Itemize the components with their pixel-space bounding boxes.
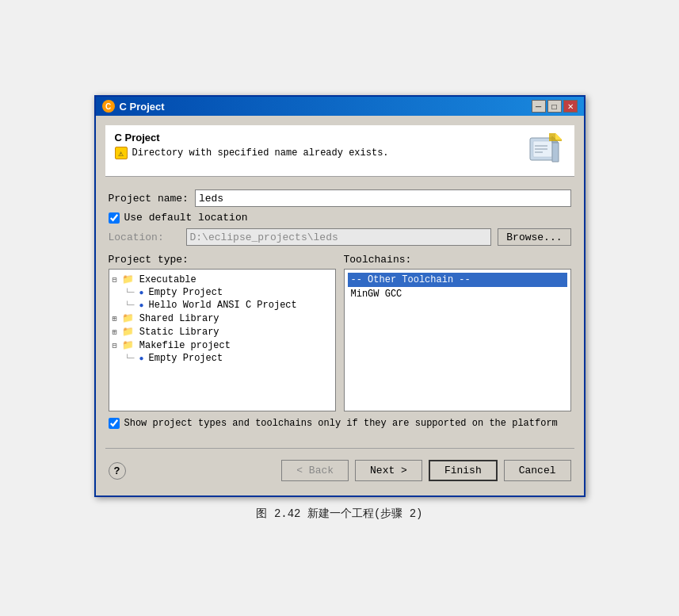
- show-platform-checkbox[interactable]: [109, 418, 120, 429]
- titlebar-app-icon: C: [102, 100, 115, 113]
- project-name-row: Project name:: [109, 189, 571, 207]
- bullet-make-empty: ●: [139, 354, 149, 363]
- titlebar-title: C Project: [120, 101, 165, 113]
- tree-label-empty-project-make: Empty Project: [149, 353, 223, 364]
- svg-marker-4: [555, 133, 562, 140]
- two-col-section: Project type: ⊟ 📁 Executable └─ ● E: [109, 254, 571, 411]
- browse-button[interactable]: Browse...: [498, 228, 570, 246]
- folder-icon-makefile: 📁: [122, 340, 139, 351]
- finish-button[interactable]: Finish: [429, 460, 498, 481]
- toolchain-item-other[interactable]: -- Other Toolchain --: [348, 273, 567, 287]
- expand-icon-shared: ⊞: [113, 315, 122, 323]
- tree-label-static-library: Static Library: [139, 327, 219, 338]
- tree-item-hello-world[interactable]: └─ ● Hello World ANSI C Project: [113, 299, 332, 312]
- project-type-tree[interactable]: ⊟ 📁 Executable └─ ● Empty Project: [109, 269, 336, 411]
- tree-connector-make-empty: └─: [125, 354, 139, 363]
- back-button[interactable]: < Back: [281, 460, 349, 481]
- bullet-empty-exec: ●: [139, 289, 149, 297]
- help-button[interactable]: ?: [109, 462, 126, 480]
- section-header-left: C Project ⚠ Directory with specified nam…: [115, 132, 521, 159]
- minimize-button[interactable]: ─: [532, 100, 546, 113]
- tree-item-shared-library[interactable]: ⊞ 📁 Shared Library: [113, 312, 332, 325]
- tree-label-hello-world: Hello World ANSI C Project: [149, 300, 297, 311]
- titlebar-controls: ─ □ ✕: [532, 100, 578, 113]
- folder-icon-shared: 📁: [122, 313, 139, 324]
- tree-label-empty-project: Empty Project: [149, 287, 223, 298]
- button-row: ? < Back Next > Finish Cancel: [105, 455, 574, 486]
- section-title: C Project: [115, 132, 521, 143]
- tree-item-executable[interactable]: ⊟ 📁 Executable: [113, 273, 332, 286]
- expand-icon-static: ⊞: [113, 328, 122, 337]
- show-platform-label: Show project types and toolchains only i…: [124, 418, 558, 429]
- titlebar: C C Project ─ □ ✕: [96, 97, 584, 116]
- tree-label-shared-library: Shared Library: [139, 313, 219, 324]
- button-row-right: < Back Next > Finish Cancel: [281, 460, 570, 481]
- bullet-hello: ●: [139, 301, 149, 310]
- tree-label-executable: Executable: [139, 274, 196, 285]
- dialog-body: C Project ⚠ Directory with specified nam…: [96, 116, 584, 495]
- location-row: Location: Browse...: [109, 228, 571, 246]
- use-default-label: Use default location: [124, 212, 248, 224]
- section-header: C Project ⚠ Directory with specified nam…: [105, 125, 574, 177]
- toolchains-list[interactable]: -- Other Toolchain -- MinGW GCC: [344, 269, 571, 411]
- tree-item-empty-project-exec[interactable]: └─ ● Empty Project: [113, 286, 332, 299]
- next-button[interactable]: Next >: [355, 460, 422, 481]
- toolchains-label: Toolchains:: [344, 254, 571, 266]
- form-area: Project name: Use default location Locat…: [105, 183, 574, 442]
- show-checkbox-row: Show project types and toolchains only i…: [109, 418, 571, 429]
- tree-item-static-library[interactable]: ⊞ 📁 Static Library: [113, 325, 332, 339]
- tree-connector-hello: └─: [125, 301, 139, 310]
- figure-caption: 图 2.42 新建一个工程(步骤 2): [256, 507, 422, 521]
- c-project-dialog: C C Project ─ □ ✕ C Project ⚠ Directory …: [94, 95, 586, 497]
- maximize-button[interactable]: □: [547, 100, 562, 113]
- project-name-label: Project name:: [109, 193, 189, 205]
- warning-row: ⚠ Directory with specified name already …: [115, 147, 521, 159]
- close-button[interactable]: ✕: [563, 100, 578, 113]
- use-default-checkbox[interactable]: [109, 212, 120, 224]
- folder-icon-executable: 📁: [122, 274, 139, 285]
- expand-icon-executable: ⊟: [113, 276, 122, 285]
- toolchain-item-mingw[interactable]: MinGW GCC: [348, 287, 567, 301]
- expand-icon-makefile: ⊟: [113, 342, 122, 350]
- warning-icon: ⚠: [115, 147, 128, 159]
- cancel-button[interactable]: Cancel: [504, 460, 571, 481]
- project-type-section: Project type: ⊟ 📁 Executable └─ ● E: [109, 254, 336, 411]
- use-default-row: Use default location: [109, 212, 571, 224]
- toolchains-section: Toolchains: -- Other Toolchain -- MinGW …: [344, 254, 571, 411]
- tree-item-makefile-project[interactable]: ⊟ 📁 Makefile project: [113, 339, 332, 352]
- folder-icon-static: 📁: [122, 327, 139, 338]
- project-type-label: Project type:: [109, 254, 336, 266]
- tree-item-empty-project-make[interactable]: └─ ● Empty Project: [113, 352, 332, 365]
- titlebar-left: C C Project: [102, 100, 165, 113]
- project-name-input[interactable]: [195, 189, 571, 207]
- location-input: [186, 228, 492, 246]
- eclipse-logo-icon: [527, 132, 565, 170]
- location-label: Location:: [109, 231, 180, 243]
- warning-text: Directory with specified name already ex…: [132, 147, 389, 159]
- tree-connector-empty: └─: [125, 289, 139, 297]
- tree-label-makefile: Makefile project: [139, 340, 231, 351]
- separator: [105, 448, 574, 449]
